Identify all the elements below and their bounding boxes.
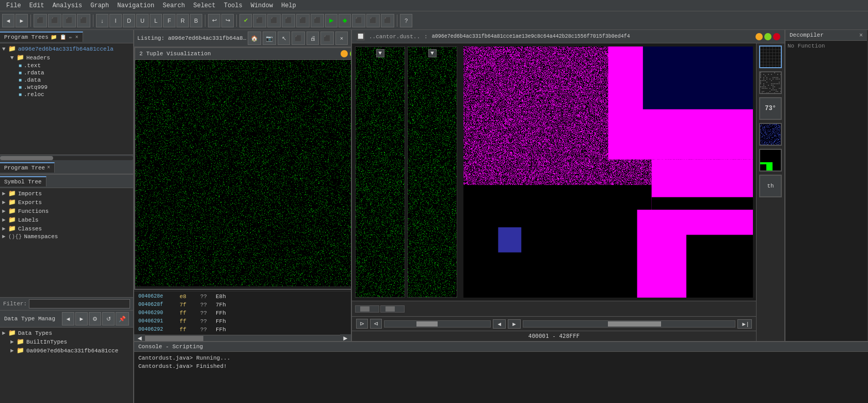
tab-program-trees[interactable]: Program Trees 📁 📋 ✏ × xyxy=(0,32,83,42)
thumb-4[interactable] xyxy=(759,123,782,146)
toolbar-forward[interactable]: ► xyxy=(15,14,28,27)
toolbar-run2[interactable]: ◆ xyxy=(339,14,351,27)
dt-btn-back[interactable]: ◄ xyxy=(62,312,74,326)
viz-maximize-btn[interactable] xyxy=(350,50,351,57)
filter-input[interactable] xyxy=(29,299,130,308)
thumb-1[interactable] xyxy=(759,45,782,68)
cantor-nav-left[interactable]: ◄ xyxy=(493,319,506,329)
decompiler-close-btn[interactable]: × xyxy=(859,32,863,39)
dt-btn-fwd[interactable]: ► xyxy=(75,312,88,326)
thumb-3[interactable]: 73° xyxy=(759,97,782,120)
toolbar-undo[interactable]: ↩ xyxy=(208,14,220,27)
toolbar-btn-i[interactable]: I xyxy=(109,14,122,27)
cantor-col2-scroll-btn[interactable]: ▼ xyxy=(428,49,437,57)
menu-tools[interactable]: Tools xyxy=(220,1,247,10)
menu-file[interactable]: File xyxy=(2,1,25,10)
cantor-col1-hscroll[interactable] xyxy=(355,305,379,313)
toolbar-checkmark[interactable]: ✔ xyxy=(239,14,252,27)
symbol-tree-exports[interactable]: ► 📁 Exports xyxy=(0,198,133,207)
symbol-tree-classes[interactable]: ► 📁 Classes xyxy=(0,224,133,233)
tab-symbol-tree[interactable]: Symbol Tree xyxy=(0,176,46,187)
hscroll-track[interactable] xyxy=(145,336,340,341)
thumb-5[interactable] xyxy=(759,149,782,172)
listing-split-btn[interactable]: ⬛ xyxy=(320,32,334,45)
listing-cursor-btn[interactable]: ↖ xyxy=(278,32,290,45)
cantor-secondary-scrollbar[interactable] xyxy=(523,320,735,328)
symbol-tree-area[interactable]: ► 📁 Imports ► 📁 Exports ► 📁 Functions ► … xyxy=(0,188,133,297)
toolbar-btn-d[interactable]: D xyxy=(123,14,135,27)
dt-tree-area[interactable]: ► 📁 Data Types ► 📁 BuiltInTypes ► 📁 0a09… xyxy=(0,328,133,403)
cantor-nav-start[interactable]: ⊲ xyxy=(370,319,382,329)
tree-item-data[interactable]: ■ .data xyxy=(0,76,133,84)
toolbar-redo-nav[interactable]: ⬛ xyxy=(62,14,76,27)
toolbar-more3[interactable]: ⬛ xyxy=(381,14,394,27)
hscroll-left-btn[interactable]: ◄ xyxy=(134,334,145,341)
toolbar-btn-b[interactable]: B xyxy=(190,14,202,27)
toolbar-up[interactable]: ⬛ xyxy=(34,14,47,27)
console-content[interactable]: Cantordust.java> Running... Cantordust.j… xyxy=(134,352,868,403)
listing-close-btn[interactable]: × xyxy=(335,32,348,45)
toolbar-snapshot[interactable]: ⬛ xyxy=(77,14,90,27)
toolbar-back[interactable]: ◄ xyxy=(2,14,14,27)
menu-help[interactable]: Help xyxy=(277,1,300,10)
listing-home-btn[interactable]: 🏠 xyxy=(248,32,261,45)
dt-btn-refresh[interactable]: ↺ xyxy=(102,312,115,326)
toolbar-btn-f[interactable]: F xyxy=(163,14,175,27)
toolbar-redo[interactable]: ↪ xyxy=(221,14,234,27)
toolbar-help-btn[interactable]: ? xyxy=(400,14,412,27)
cantor-nav-right[interactable]: ► xyxy=(508,319,521,329)
cantor-close-btn[interactable] xyxy=(773,33,780,40)
toolbar-more2[interactable]: ⬛ xyxy=(366,14,380,27)
thumb-6[interactable]: th xyxy=(759,175,782,197)
symbol-tree-labels[interactable]: ► 📁 Labels xyxy=(0,215,133,224)
tab-program-tree-close[interactable]: × xyxy=(47,165,50,171)
cantor-nav-end-right[interactable]: ⊳ xyxy=(356,319,368,329)
dt-builtin[interactable]: ► 📁 BuiltInTypes xyxy=(0,337,133,346)
toolbar-run[interactable]: ▶ xyxy=(325,14,337,27)
hscroll-right-btn[interactable]: ► xyxy=(340,334,351,341)
tree-item-rdata[interactable]: ■ .rdata xyxy=(0,69,133,76)
listing-print-btn[interactable]: 🖨 xyxy=(307,32,319,45)
cantor-main-scrollbar[interactable] xyxy=(384,320,491,328)
toolbar-btn-r[interactable]: R xyxy=(176,14,189,27)
cantor-col2-hscroll[interactable] xyxy=(380,305,405,313)
listing-nav-btn[interactable]: ⬛ xyxy=(292,32,305,45)
symbol-tree-imports[interactable]: ► 📁 Imports xyxy=(0,189,133,198)
program-trees-area[interactable]: ▼ 📁 a096e7ed6b4ac331fb64a81ccela ▼ 📁 Hea… xyxy=(0,43,133,154)
toolbar-refs[interactable]: ⬛ xyxy=(296,14,310,27)
menu-window[interactable]: Window xyxy=(247,1,277,10)
menu-navigation[interactable]: Navigation xyxy=(113,1,158,10)
viz-header[interactable]: 2 Tuple Visualization xyxy=(135,48,351,60)
menu-analysis[interactable]: Analysis xyxy=(49,1,87,10)
cantor-col1-scroll-btn[interactable]: ▼ xyxy=(376,49,384,57)
tree-item-wtq999[interactable]: ■ .wtq999 xyxy=(0,84,133,91)
tree-item-headers[interactable]: ▼ 📁 Headers xyxy=(0,53,133,62)
tree-item-text[interactable]: ■ .text xyxy=(0,62,133,69)
viz-minimize-btn[interactable] xyxy=(341,50,348,57)
dt-root[interactable]: ► 📁 Data Types xyxy=(0,329,133,337)
toolbar-stop[interactable]: ⬛ xyxy=(352,14,365,27)
toolbar-patch[interactable]: ⬛ xyxy=(253,14,266,27)
menu-select[interactable]: Select xyxy=(189,1,219,10)
tree-item-reloc[interactable]: ■ .reloc xyxy=(0,91,133,98)
tree-root[interactable]: ▼ 📁 a096e7ed6b4ac331fb64a81ccela xyxy=(0,44,133,53)
thumb-2[interactable] xyxy=(759,71,782,94)
menu-search[interactable]: Search xyxy=(158,1,189,10)
symbol-tree-namespaces[interactable]: ► (){} Namespaces xyxy=(0,233,133,240)
toolbar-xref[interactable]: ⬛ xyxy=(282,14,295,27)
toolbar-script[interactable]: ⬛ xyxy=(267,14,281,27)
cantor-minimize-btn[interactable] xyxy=(756,33,763,40)
dt-btn-settings[interactable]: ⚙ xyxy=(89,312,101,326)
toolbar-more1[interactable]: ⬛ xyxy=(311,14,324,27)
dt-btn-pin[interactable]: 📌 xyxy=(116,312,129,326)
listing-hscroll[interactable]: ◄ ► xyxy=(134,335,351,341)
dt-file[interactable]: ► 📁 0a096e7ed6b4ac331fb64a81cce xyxy=(0,346,133,355)
prog-tree-hscroll[interactable] xyxy=(0,154,133,161)
cantor-nav-end[interactable]: ►| xyxy=(737,319,752,329)
toolbar-undo-nav[interactable]: ⬛ xyxy=(48,14,61,27)
tab-program-tree[interactable]: Program Tree × xyxy=(0,162,55,173)
cantor-maximize-btn[interactable] xyxy=(764,33,771,40)
toolbar-btn-arrow[interactable]: ↓ xyxy=(96,14,108,27)
symbol-tree-functions[interactable]: ► 📁 Functions xyxy=(0,207,133,215)
menu-edit[interactable]: Edit xyxy=(25,1,49,10)
